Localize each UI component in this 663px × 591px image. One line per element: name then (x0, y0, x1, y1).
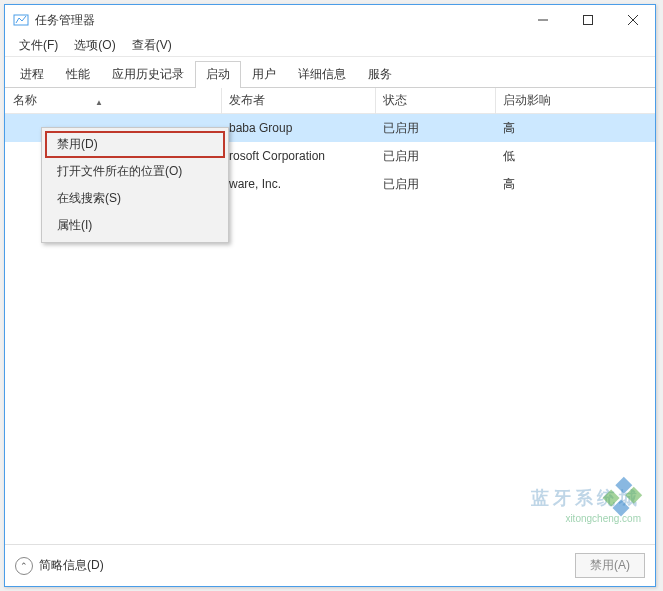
cell-publisher: baba Group (221, 121, 375, 135)
app-icon (13, 12, 29, 28)
context-menu-disable[interactable]: 禁用(D) (45, 131, 225, 158)
menu-file[interactable]: 文件(F) (11, 35, 66, 56)
tab-performance[interactable]: 性能 (55, 61, 101, 87)
menu-view[interactable]: 查看(V) (124, 35, 180, 56)
title-bar: 任务管理器 (5, 5, 655, 35)
tab-users[interactable]: 用户 (241, 61, 287, 87)
column-headers: 名称 ▲ 发布者 状态 启动影响 (5, 88, 655, 114)
column-header-impact[interactable]: 启动影响 (495, 92, 655, 109)
column-header-publisher[interactable]: 发布者 (221, 92, 375, 109)
svg-rect-2 (583, 16, 592, 25)
menu-options[interactable]: 选项(O) (66, 35, 123, 56)
column-header-name-label: 名称 (13, 93, 37, 107)
tab-startup[interactable]: 启动 (195, 61, 241, 87)
tab-bar: 进程 性能 应用历史记录 启动 用户 详细信息 服务 (5, 57, 655, 88)
collapse-icon: ⌃ (15, 557, 33, 575)
window-controls (520, 5, 655, 35)
context-menu-open-location[interactable]: 打开文件所在的位置(O) (45, 158, 225, 185)
disable-button[interactable]: 禁用(A) (575, 553, 645, 578)
cell-publisher: ware, Inc. (221, 177, 375, 191)
context-menu-properties[interactable]: 属性(I) (45, 212, 225, 239)
cell-status: 已启用 (375, 120, 495, 137)
cell-impact: 高 (495, 120, 655, 137)
cell-status: 已启用 (375, 176, 495, 193)
minimize-button[interactable] (520, 5, 565, 35)
column-header-name[interactable]: 名称 ▲ (5, 92, 221, 109)
cell-impact: 低 (495, 148, 655, 165)
maximize-button[interactable] (565, 5, 610, 35)
cell-status: 已启用 (375, 148, 495, 165)
task-manager-window: 任务管理器 文件(F) 选项(O) 查看(V) 进程 性能 应用历史记录 启动 … (4, 4, 656, 587)
context-menu-search-online[interactable]: 在线搜索(S) (45, 185, 225, 212)
context-menu: 禁用(D) 打开文件所在的位置(O) 在线搜索(S) 属性(I) (41, 127, 229, 243)
tab-services[interactable]: 服务 (357, 61, 403, 87)
menu-bar: 文件(F) 选项(O) 查看(V) (5, 35, 655, 57)
cell-impact: 高 (495, 176, 655, 193)
sort-indicator-icon: ▲ (95, 98, 103, 107)
column-header-status[interactable]: 状态 (375, 92, 495, 109)
window-title: 任务管理器 (35, 12, 520, 29)
footer-left[interactable]: ⌃ 简略信息(D) (15, 557, 575, 575)
footer-bar: ⌃ 简略信息(D) 禁用(A) (5, 544, 655, 586)
tab-app-history[interactable]: 应用历史记录 (101, 61, 195, 87)
cell-publisher: rosoft Corporation (221, 149, 375, 163)
fewer-details-label: 简略信息(D) (39, 557, 104, 574)
tab-details[interactable]: 详细信息 (287, 61, 357, 87)
tab-processes[interactable]: 进程 (9, 61, 55, 87)
close-button[interactable] (610, 5, 655, 35)
